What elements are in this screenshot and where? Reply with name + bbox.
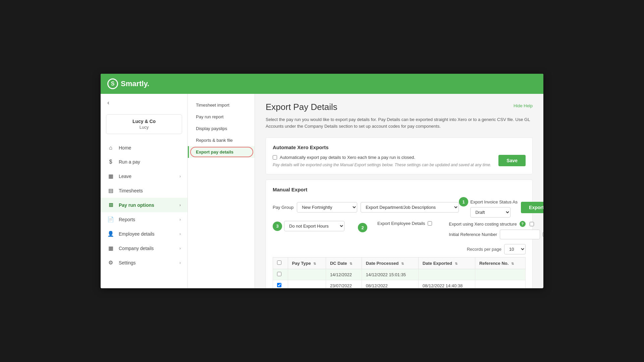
col-checkbox [273,257,288,269]
table-cell-pay-type [288,280,326,289]
hide-help-link[interactable]: Hide Help [514,103,533,108]
sidebar-item-timesheets-label: Timesheets [119,188,143,193]
records-per-page-select[interactable]: 10 25 50 100 [504,244,526,254]
sort-date-processed-icon: ⇅ [401,262,404,265]
chevron-right-icon-5: › [179,246,181,251]
submenu-item-display-payslips[interactable]: Display payslips [188,123,255,134]
sidebar-item-company-details-label: Company details [119,246,154,251]
data-table: Pay Type ⇅ DC Date ⇅ Date Processed ⇅ [273,257,526,288]
logo: S Smartly. [107,78,149,89]
sidebar-item-reports[interactable]: 📄 Reports › [101,212,187,227]
sidebar-item-company-details[interactable]: ▦ Company details › [101,241,187,255]
pay-group-select[interactable]: New Fortnightly [297,202,357,213]
sort-pay-type-icon: ⇅ [313,262,316,265]
sort-date-exported-icon: ⇅ [455,262,458,265]
table-cell-pay-type [288,269,326,280]
xero-costing-help-icon[interactable]: ? [520,221,526,227]
table-cell-reference-no [475,280,525,289]
timesheets-icon: ▤ [107,187,114,194]
chevron-right-icon-4: › [179,232,181,236]
records-row: Records per page 10 25 50 100 [273,244,526,254]
sidebar-item-home-label: Home [119,145,131,150]
chevron-right-icon-3: › [179,217,181,222]
sidebar-item-settings-label: Settings [119,260,136,265]
col-date-processed: Date Processed ⇅ [362,257,418,269]
logo-text: Smartly. [121,79,149,88]
table-cell-checkbox [273,269,288,280]
sidebar-item-leave-label: Leave [119,174,131,179]
automate-checkbox[interactable] [273,155,277,160]
xero-costing-label: Export using Xero costing structure [449,222,517,227]
sidebar-back-button[interactable]: ‹ [101,94,187,112]
table-cell-date-processed: 08/12/2022 [362,280,418,289]
select-all-checkbox[interactable] [277,260,281,265]
automate-checkbox-label: Automatically export pay details to Xero… [273,155,491,160]
manual-export-section: Manual Export Pay Group New Fortnightly … [266,180,533,288]
main-layout: ‹ Lucy & Co Lucy ⌂ Home $ Run a pay ▦ Le… [101,94,543,288]
sort-dc-date-icon: ⇅ [350,262,352,265]
submenu-item-reports-bank-file[interactable]: Reports & bank file [188,134,255,146]
company-icon: ▦ [107,245,114,251]
row-checkbox-1[interactable] [277,283,281,287]
save-button[interactable]: Save [498,155,526,166]
sort-reference-no-icon: ⇅ [511,262,514,265]
records-per-page-label: Records per page [467,247,501,252]
automate-section: Automate Xero Exports Automatically expo… [266,137,533,174]
badge-2: 2 [358,223,367,232]
company-card: Lucy & Co Lucy [106,114,182,134]
sidebar-item-run-a-pay-label: Run a pay [119,159,140,165]
col-dc-date: DC Date ⇅ [326,257,362,269]
sidebar-item-home[interactable]: ⌂ Home [101,141,187,155]
sidebar-item-reports-label: Reports [119,217,135,222]
table-cell-reference-no [475,269,525,280]
row-checkbox-0[interactable] [277,272,281,276]
submenu-item-pay-run-report[interactable]: Pay run report [188,111,255,123]
initial-ref-input[interactable] [500,230,540,239]
submenu-item-export-pay-details[interactable]: Export pay details [188,146,255,158]
employee-icon: 👤 [107,231,114,237]
sidebar-item-employee-details-label: Employee details [119,231,155,237]
app-window: S Smartly. ‹ Lucy & Co Lucy ⌂ Home $ Run… [101,74,543,288]
sidebar-item-timesheets[interactable]: ▤ Timesheets [101,183,187,198]
settings-icon: ⚙ [107,259,114,266]
do-not-export-select[interactable]: Do not Export Hours Export Hours [284,221,344,231]
sidebar-nav: ⌂ Home $ Run a pay ▦ Leave › ▤ Timesheet… [101,141,187,270]
table-cell-dc-date: 14/12/2022 [326,269,362,280]
automate-note: Pay details will be exported using the M… [273,163,491,167]
export-dept-select[interactable]: Export Department/Job Descriptions Do no… [361,202,459,213]
table-cell-date-exported [418,269,475,280]
home-icon: ⌂ [107,145,114,151]
page-title: Export Pay Details [266,102,337,112]
top-bar: S Smartly. [101,74,543,94]
content-area: Timesheet import Pay run report Display … [188,94,543,288]
automate-left: Automatically export pay details to Xero… [273,155,491,167]
export-invoice-select[interactable]: Draft Approved Submitted [470,207,511,218]
col-date-exported: Date Exported ⇅ [418,257,475,269]
badge-3: 3 [273,222,282,231]
pay-run-options-icon: ⊞ [107,202,114,208]
automate-row: Automatically export pay details to Xero… [273,155,526,167]
sidebar: ‹ Lucy & Co Lucy ⌂ Home $ Run a pay ▦ Le… [101,94,188,288]
sidebar-item-run-a-pay[interactable]: $ Run a pay [101,155,187,169]
chevron-right-icon-6: › [179,260,181,265]
sidebar-item-pay-run-options[interactable]: ⊞ Pay run options › [101,198,187,212]
automate-checkbox-text: Automatically export pay details to Xero… [280,155,415,160]
table-cell-date-processed: 14/12/2022 15:01:35 [362,269,418,280]
table-row: 14/12/2022 14/12/2022 15:01:35 [273,269,526,280]
auto-generate-checkbox[interactable] [543,232,543,237]
sidebar-item-leave[interactable]: ▦ Leave › [101,169,187,183]
submenu-item-timesheet-import[interactable]: Timesheet import [188,99,255,111]
page-description: Select the pay run you would like to exp… [266,116,533,129]
page-content: Export Pay Details Hide Help Select the … [255,94,543,288]
export-button[interactable]: Export [521,202,543,213]
table-row: 23/07/2022 08/12/2022 08/12/2022 14:40:3… [273,280,526,289]
sidebar-item-settings[interactable]: ⚙ Settings › [101,255,187,270]
xero-costing-checkbox[interactable] [530,222,534,226]
badge-1: 1 [459,197,468,206]
sidebar-item-employee-details[interactable]: 👤 Employee details › [101,227,187,241]
export-employee-checkbox[interactable] [428,221,432,226]
chevron-right-icon: › [179,174,181,179]
user-name: Lucy [112,125,176,130]
automate-section-title: Automate Xero Exports [273,144,526,150]
initial-ref-label: Initial Reference Number [449,232,497,237]
